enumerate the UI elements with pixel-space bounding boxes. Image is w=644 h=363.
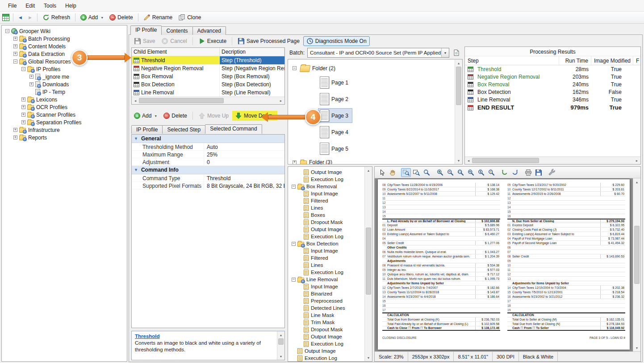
property-value[interactable]: Auto (204, 143, 284, 150)
scrollbar-thumb[interactable] (139, 98, 224, 103)
scroll-down-icon[interactable]: ▼ (633, 344, 640, 351)
tree-expander-icon[interactable] (292, 242, 296, 246)
scroll-down-icon[interactable]: ▼ (455, 157, 462, 164)
delete-button[interactable]: − Delete (107, 13, 136, 21)
result-row[interactable]: Negative Region Removal 203ms True (465, 73, 640, 80)
scrollbar-thumb[interactable] (472, 158, 539, 163)
cancel-button[interactable]: Cancel (159, 37, 189, 46)
batch-tree-item-box[interactable]: Folder (3) (298, 158, 336, 164)
save-processed-page-button[interactable]: Save Processed Page (235, 37, 302, 46)
tree-expander-icon[interactable] (293, 66, 297, 70)
viewer-tool-icon[interactable] (523, 168, 533, 177)
child-element-name-cell[interactable]: Line Removal (132, 89, 220, 97)
tree-expander-icon[interactable] (21, 113, 25, 117)
result-row[interactable]: Box Removal 240ms True (465, 80, 640, 88)
diagnostics-tree-item[interactable]: Trim Mask (288, 319, 364, 326)
child-element-name-cell[interactable]: Box Removal (132, 72, 220, 80)
tree-expander-icon[interactable] (13, 37, 17, 41)
diagnostics-tree-item[interactable]: Execution Log (288, 355, 364, 361)
diagnostics-tree-item[interactable]: Execution Log (288, 176, 364, 183)
save-button[interactable]: Save (131, 37, 158, 46)
batch-tree-item-box[interactable]: Page 4 (318, 125, 352, 139)
add-button[interactable]: + Add ▼ (78, 13, 106, 21)
viewer-tool-icon[interactable] (547, 168, 557, 177)
execute-button[interactable]: Execute (196, 37, 229, 46)
diagnostics-tree-item[interactable]: Filtered (288, 254, 364, 262)
diagnostics-tree-item[interactable]: Input Image (288, 283, 364, 290)
tree-item[interactable]: Reports (2, 134, 127, 141)
property-row[interactable]: Thresholding Method Auto (132, 143, 284, 151)
main-tab[interactable]: IP Profile (130, 25, 162, 35)
tree-item[interactable]: Grooper Wiki (2, 27, 127, 35)
viewer-tool-icon[interactable] (510, 168, 520, 177)
move-up-button[interactable]: Move Up (196, 111, 231, 120)
viewer-tool-icon[interactable] (435, 168, 445, 177)
detail-tab[interactable]: Selected Command (205, 124, 262, 134)
diagnostics-tree-item[interactable]: Output Image (288, 226, 364, 233)
diagnostics-tree-item[interactable]: Box Detection (288, 240, 364, 247)
diagnostics-tree-item[interactable]: Output Image (288, 333, 364, 340)
property-value[interactable]: 25% (204, 151, 284, 158)
scroll-right-icon[interactable]: ► (633, 157, 640, 164)
property-row[interactable]: Supported Pixel Formats 8 Bit Grayscale,… (132, 182, 284, 190)
rename-button[interactable]: Rename (141, 13, 175, 22)
detail-tab[interactable]: IP Profile (131, 125, 163, 134)
scrollbar-thumb[interactable] (278, 338, 284, 345)
viewer-tool-icon[interactable] (377, 168, 387, 177)
diagnostics-tree-item[interactable]: Lines (288, 204, 364, 211)
tree-item[interactable]: Content Models (2, 42, 127, 50)
navigate-back-button[interactable]: ◄ (16, 14, 25, 21)
main-tab[interactable]: Advanced (192, 26, 226, 35)
tree-expander-icon[interactable] (21, 105, 25, 109)
batch-tree-item[interactable]: Folder (2) (288, 62, 455, 74)
diagnostics-tree-item[interactable]: Line Mask (288, 312, 364, 319)
diagnostics-tree-item[interactable]: Execution Log (288, 269, 364, 276)
viewer-tool-icon[interactable] (411, 168, 421, 177)
diagnostics-tree-item[interactable]: Box Removal (288, 183, 364, 190)
property-section-command-info[interactable]: ▼ Command Info (132, 166, 284, 174)
tree-expander-icon[interactable] (21, 120, 25, 124)
property-section-general[interactable]: ▼ General (132, 135, 284, 143)
vertical-scrollbar[interactable]: ▲ ▼ (455, 59, 462, 164)
column-header-run-time[interactable]: Run Time (559, 56, 591, 65)
tree-item[interactable]: Downloads (2, 80, 127, 88)
diagnostics-tree-item[interactable]: Filtered (288, 197, 364, 204)
tree-expander-icon[interactable] (13, 52, 17, 56)
viewer-tool-icon[interactable] (486, 168, 496, 177)
add-step-button[interactable]: + Add ▼ (131, 112, 160, 120)
child-element-row[interactable]: Line Removal Step (Line Removal) (132, 89, 284, 97)
batch-select[interactable]: Consultant - IP and OCR•00 Source Set (P… (307, 48, 449, 58)
tree-expander-icon[interactable] (29, 75, 33, 79)
diagnostics-tree-item[interactable]: Lines (288, 262, 364, 269)
child-element-name-cell[interactable]: Box Detection (132, 80, 220, 89)
menu-item[interactable]: Edit (21, 1, 39, 11)
batch-tree-item[interactable]: Page 5 (288, 140, 455, 157)
tree-item[interactable]: Scanner Profiles (2, 111, 127, 118)
column-header-image-modified[interactable]: Image Modified (591, 56, 633, 65)
property-row[interactable]: Command Type Threshold (132, 174, 284, 182)
scroll-up-icon[interactable]: ▲ (633, 178, 640, 186)
refresh-button[interactable]: Refresh (40, 13, 73, 22)
tree-expander-icon[interactable] (5, 29, 9, 33)
tree-expander-icon[interactable] (13, 44, 17, 48)
viewer-tool-icon[interactable] (388, 168, 397, 177)
horizontal-scrollbar[interactable]: ◄ ► (465, 156, 640, 164)
scrollbar-thumb[interactable] (366, 228, 371, 295)
diagnostics-tree-item[interactable]: Boxes (288, 211, 364, 219)
tree-item[interactable]: Lexicons (2, 96, 127, 103)
navigate-forward-button[interactable]: ► (25, 14, 35, 21)
horizontal-scrollbar[interactable]: ◄ ► (132, 97, 284, 104)
diagnostics-tree-item[interactable]: Execution Log (288, 233, 364, 240)
column-header-child-element[interactable]: Child Element (132, 48, 220, 56)
tree-expander-icon[interactable] (21, 97, 25, 101)
result-row[interactable]: END RESULT 979ms True (465, 103, 640, 112)
diagnostics-tree-item[interactable]: Binarized (288, 290, 364, 297)
viewer-tool-icon[interactable] (466, 168, 476, 177)
child-element-row[interactable]: Threshold Step (Threshold) (132, 56, 284, 64)
tree-expander-icon[interactable] (292, 278, 296, 282)
child-element-row[interactable]: Negative Region Removal Step (Negative R… (132, 64, 284, 72)
viewer-tool-icon[interactable] (500, 168, 510, 177)
tree-item[interactable]: Separation Profiles (2, 118, 127, 126)
viewer-canvas[interactable]: 08 City/Town Taxes 11/28/2004 to 4/15/20… (375, 178, 640, 351)
batch-tree-item-box[interactable]: Page 1 (318, 75, 352, 90)
